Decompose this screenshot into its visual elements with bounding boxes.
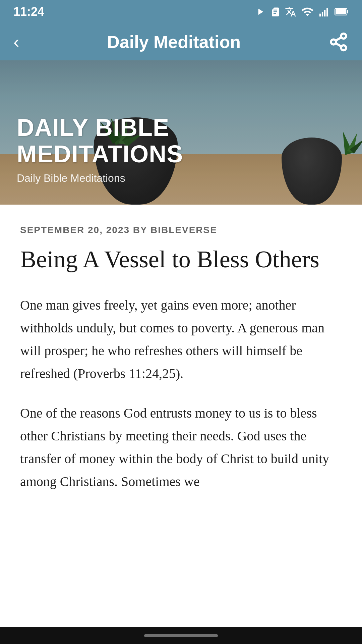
post-meta: SEPTEMBER 20, 2023 BY BIBLEVERSE	[20, 225, 342, 235]
svg-line-10	[336, 43, 341, 47]
back-button[interactable]: ‹	[13, 33, 19, 51]
battery-icon	[335, 7, 349, 16]
nav-bar: ‹ Daily Meditation	[0, 23, 362, 60]
post-author: BIBLEVERSE	[150, 225, 217, 235]
post-by: BY	[133, 225, 147, 235]
signal-icon	[318, 6, 330, 17]
post-body: One man gives freely, yet gains even mor…	[20, 294, 342, 493]
svg-line-11	[336, 37, 341, 41]
hero-section: DAILY BIBLE MEDITATIONS Daily Bible Medi…	[0, 60, 362, 205]
status-icons	[255, 5, 349, 18]
hero-title: DAILY BIBLE MEDITATIONS	[17, 114, 183, 167]
wifi-icon	[301, 5, 314, 18]
svg-rect-0	[319, 14, 321, 17]
post-title: Being A Vessel to Bless Others	[20, 245, 342, 274]
sim-icon	[270, 7, 280, 17]
hero-text-block: DAILY BIBLE MEDITATIONS Daily Bible Medi…	[17, 114, 183, 184]
post-paragraph-2: One of the reasons God entrusts money to…	[20, 402, 342, 493]
content-area: SEPTEMBER 20, 2023 BY BIBLEVERSE Being A…	[0, 205, 362, 537]
status-bar: 11:24	[0, 0, 362, 23]
home-indicator	[144, 634, 218, 637]
post-paragraph-1: One man gives freely, yet gains even mor…	[20, 294, 342, 385]
translate-icon	[285, 6, 296, 17]
nav-title: Daily Meditation	[107, 32, 241, 52]
post-date: SEPTEMBER 20, 2023	[20, 225, 130, 235]
play-icon	[255, 6, 265, 17]
hero-subtitle: Daily Bible Meditations	[17, 172, 183, 184]
status-time: 11:24	[13, 5, 44, 19]
svg-rect-3	[326, 8, 328, 16]
bottom-bar	[0, 627, 362, 644]
share-icon[interactable]	[328, 32, 349, 52]
svg-rect-6	[336, 9, 346, 14]
svg-rect-2	[324, 10, 325, 16]
svg-rect-1	[322, 12, 323, 16]
svg-rect-5	[347, 10, 348, 13]
